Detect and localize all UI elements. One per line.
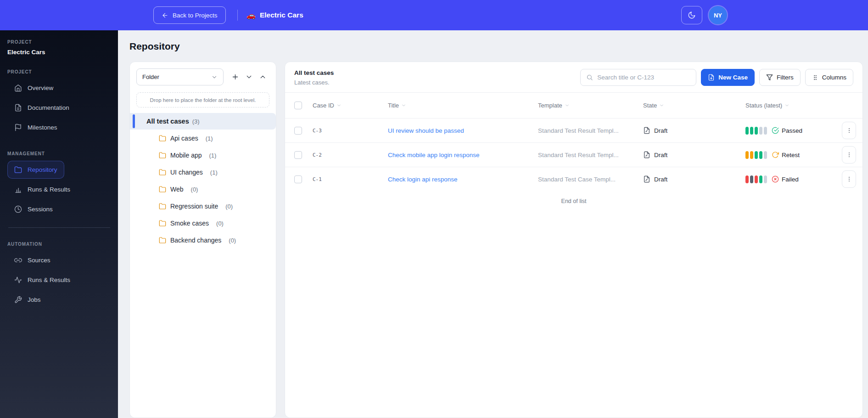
- case-state: Draft: [643, 127, 745, 134]
- case-status: Passed: [745, 127, 830, 135]
- tree-item-label: Web: [170, 186, 184, 193]
- search-input[interactable]: [597, 74, 690, 81]
- tree-item-regression-suite[interactable]: Regression suite (0): [130, 198, 276, 215]
- chevron-down-icon: [336, 103, 342, 108]
- tree-item-count: (0): [216, 220, 224, 227]
- case-title-link[interactable]: UI review should be passed: [388, 127, 464, 134]
- folder-icon: [14, 166, 22, 174]
- topbar-divider: [237, 10, 238, 21]
- car-emoji-icon: 🚗: [246, 11, 256, 20]
- row-checkbox[interactable]: [294, 151, 302, 159]
- folder-dropzone[interactable]: Drop here to place the folder at the roo…: [136, 92, 269, 107]
- folder-icon: [159, 186, 166, 193]
- row-checkbox[interactable]: [294, 175, 302, 183]
- add-folder-button[interactable]: [230, 71, 241, 83]
- back-to-projects-label: Back to Projects: [173, 12, 218, 19]
- collapse-all-button[interactable]: [257, 71, 269, 83]
- case-title-link[interactable]: Check login api response: [388, 176, 458, 183]
- kebab-icon: [846, 152, 852, 158]
- flag-icon: [14, 124, 22, 131]
- sidebar-item-jobs[interactable]: Jobs: [7, 291, 48, 309]
- columns-button[interactable]: Columns: [805, 69, 853, 86]
- folder-icon: [159, 152, 166, 159]
- status-label: Failed: [782, 176, 799, 183]
- file-plus-icon: [708, 74, 715, 81]
- filters-button[interactable]: Filters: [759, 69, 801, 86]
- sidebar-item-label: Repository: [28, 166, 57, 173]
- sidebar-item-repository[interactable]: Repository: [7, 161, 64, 179]
- tree-item-web[interactable]: Web (0): [130, 181, 276, 198]
- row-actions-button[interactable]: [842, 170, 856, 188]
- user-avatar[interactable]: NY: [709, 6, 727, 24]
- table-row: C-1 Check login api response Standard Te…: [285, 167, 862, 191]
- link-icon: [14, 256, 22, 264]
- tree-root-label: All test cases: [146, 118, 189, 125]
- status-badge: Retest: [772, 151, 800, 158]
- folder-icon: [159, 237, 166, 244]
- row-checkbox[interactable]: [294, 127, 302, 135]
- row-actions-button[interactable]: [842, 146, 856, 164]
- sidebar-item-label: Jobs: [28, 296, 41, 303]
- folder-tree: All test cases (3) Api cases (1) Mobile …: [130, 113, 276, 249]
- column-header-template[interactable]: Template: [538, 102, 643, 109]
- sidebar-item-label: Sessions: [28, 206, 53, 213]
- theme-toggle-button[interactable]: [681, 6, 702, 24]
- case-template: Standard Test Case Templ...: [538, 176, 643, 183]
- main-content: Repository Folder: [118, 30, 868, 418]
- sidebar-project-name: Electric Cars: [7, 49, 111, 56]
- select-all-checkbox[interactable]: [294, 102, 302, 109]
- grid-dots-icon: [812, 74, 818, 81]
- tree-item-backend-changes[interactable]: Backend changes (0): [130, 232, 276, 249]
- back-to-projects-button[interactable]: Back to Projects: [153, 6, 226, 24]
- sidebar-item-label: Milestones: [28, 124, 57, 131]
- cases-title: All test cases: [294, 69, 334, 76]
- new-case-button[interactable]: New Case: [701, 69, 755, 86]
- wrench-icon: [14, 296, 22, 304]
- row-actions-button[interactable]: [842, 122, 856, 139]
- nav-section-management: MANAGEMENT: [7, 151, 111, 156]
- sidebar-item-overview[interactable]: Overview: [7, 79, 60, 97]
- status-label: Passed: [782, 127, 802, 134]
- sidebar-item-label: Documentation: [28, 104, 69, 111]
- tree-item-label: Backend changes: [170, 237, 221, 244]
- sidebar-item-milestones[interactable]: Milestones: [7, 119, 64, 136]
- bar-chart-icon: [14, 186, 22, 193]
- search-icon: [586, 74, 593, 81]
- tree-item-api-cases[interactable]: Api cases (1): [130, 130, 276, 147]
- arrow-left-icon: [162, 12, 168, 19]
- folder-type-select[interactable]: Folder: [136, 68, 224, 85]
- chevron-down-icon: [659, 103, 664, 108]
- folder-type-select-value: Folder: [142, 73, 159, 80]
- column-header-case-id[interactable]: Case ID: [313, 102, 388, 109]
- column-header-state[interactable]: State: [643, 102, 745, 109]
- case-id: C-1: [313, 176, 388, 182]
- x-circle-icon: [772, 175, 779, 183]
- case-id: C-3: [313, 128, 388, 134]
- column-header-status[interactable]: Status (latest): [745, 102, 830, 109]
- kebab-icon: [846, 127, 852, 134]
- sidebar-item-automation-runs[interactable]: Runs & Results: [7, 271, 77, 289]
- sidebar-item-documentation[interactable]: Documentation: [7, 99, 76, 117]
- tree-item-smoke-cases[interactable]: Smoke cases (0): [130, 215, 276, 232]
- avatar-initials: NY: [714, 12, 722, 19]
- status-label: Retest: [782, 152, 800, 158]
- columns-label: Columns: [822, 74, 846, 81]
- tree-item-label: Mobile app: [170, 152, 202, 159]
- sidebar-item-sources[interactable]: Sources: [7, 251, 57, 269]
- sidebar-divider: [8, 227, 110, 228]
- sidebar-item-runs-results[interactable]: Runs & Results: [7, 181, 77, 198]
- expand-all-button[interactable]: [243, 71, 255, 83]
- home-icon: [14, 84, 22, 92]
- sidebar-item-label: Runs & Results: [28, 186, 70, 193]
- tree-item-mobile-app[interactable]: Mobile app (1): [130, 147, 276, 164]
- column-header-title[interactable]: Title: [388, 102, 538, 109]
- sidebar-project-label: PROJECT: [7, 40, 111, 45]
- tree-item-ui-changes[interactable]: UI changes (1): [130, 164, 276, 181]
- tree-item-count: (0): [225, 203, 233, 210]
- tree-item-all-test-cases[interactable]: All test cases (3): [130, 113, 276, 130]
- case-title-link[interactable]: Check mobile app login response: [388, 152, 480, 158]
- chevron-down-icon: [245, 73, 253, 81]
- sidebar-item-sessions[interactable]: Sessions: [7, 200, 60, 218]
- state-label: Draft: [654, 127, 667, 134]
- nav-section-project: PROJECT: [7, 69, 111, 74]
